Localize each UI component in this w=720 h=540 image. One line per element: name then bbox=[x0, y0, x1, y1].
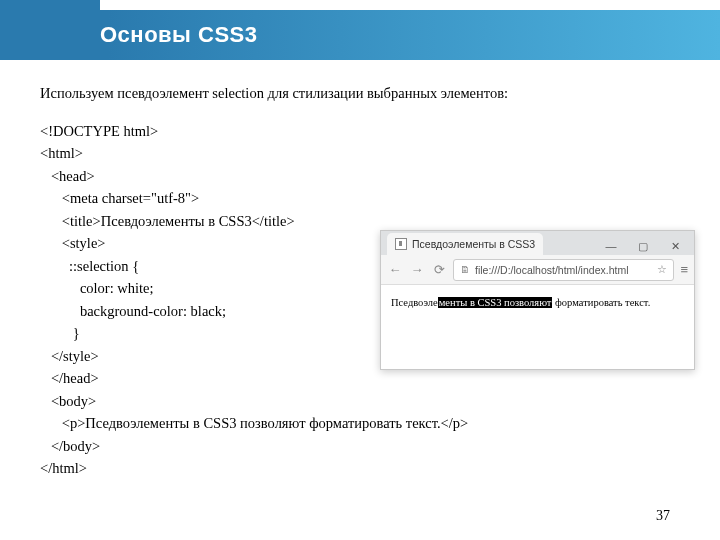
bookmark-icon[interactable]: ☆ bbox=[657, 263, 667, 276]
reload-button[interactable]: ⟳ bbox=[431, 262, 447, 278]
code-line: } bbox=[40, 325, 80, 341]
code-line: </body> bbox=[40, 438, 100, 454]
forward-button[interactable]: → bbox=[409, 262, 425, 278]
intro-text: Используем псевдоэлемент selection для с… bbox=[40, 85, 680, 102]
close-button[interactable]: ✕ bbox=[660, 237, 690, 255]
file-icon: 🗎 bbox=[460, 264, 470, 275]
code-line: </html> bbox=[40, 460, 87, 476]
body-text-selected: менты в CSS3 позволяют bbox=[438, 297, 553, 308]
body-text-prefix: Пседвоэле bbox=[391, 297, 438, 308]
maximize-button[interactable]: ▢ bbox=[628, 237, 658, 255]
code-line: <style> bbox=[40, 235, 106, 251]
browser-toolbar: ← → ⟳ 🗎 file:///D:/localhost/html/index.… bbox=[381, 255, 694, 285]
page-title: Основы CSS3 bbox=[100, 22, 257, 48]
slide-header: Основы CSS3 bbox=[0, 0, 720, 70]
body-text-suffix: форматировать текст. bbox=[552, 297, 650, 308]
code-line: </head> bbox=[40, 370, 99, 386]
code-line: background-color: black; bbox=[40, 303, 226, 319]
code-line: <!DOCTYPE html> bbox=[40, 123, 158, 139]
code-line: <head> bbox=[40, 168, 95, 184]
page-number: 37 bbox=[656, 508, 670, 524]
code-line: <p>Пседвоэлементы в CSS3 позволяют форма… bbox=[40, 415, 468, 431]
menu-button[interactable]: ≡ bbox=[680, 262, 688, 277]
browser-window: Псевдоэлементы в CSS3 — ▢ ✕ ← → ⟳ 🗎 file… bbox=[380, 230, 695, 370]
window-controls: — ▢ ✕ bbox=[596, 237, 694, 255]
tab-title: Псевдоэлементы в CSS3 bbox=[412, 238, 535, 250]
code-line: color: white; bbox=[40, 280, 154, 296]
code-line: </style> bbox=[40, 348, 99, 364]
code-line: <title>Псевдоэлементы в CSS3</title> bbox=[40, 213, 295, 229]
url-text: file:///D:/localhost/html/index.html bbox=[475, 264, 628, 276]
code-line: <body> bbox=[40, 393, 96, 409]
browser-viewport: Пседвоэлементы в CSS3 позволяют форматир… bbox=[381, 285, 694, 320]
browser-tabstrip: Псевдоэлементы в CSS3 — ▢ ✕ bbox=[381, 231, 694, 255]
browser-tab[interactable]: Псевдоэлементы в CSS3 bbox=[387, 233, 543, 255]
favicon-icon bbox=[395, 238, 407, 250]
address-bar[interactable]: 🗎 file:///D:/localhost/html/index.html ☆ bbox=[453, 259, 674, 281]
code-line: <meta charset="utf-8"> bbox=[40, 190, 199, 206]
back-button[interactable]: ← bbox=[387, 262, 403, 278]
minimize-button[interactable]: — bbox=[596, 237, 626, 255]
code-line: <html> bbox=[40, 145, 83, 161]
code-line: ::selection { bbox=[40, 258, 139, 274]
title-bar: Основы CSS3 bbox=[0, 10, 720, 60]
